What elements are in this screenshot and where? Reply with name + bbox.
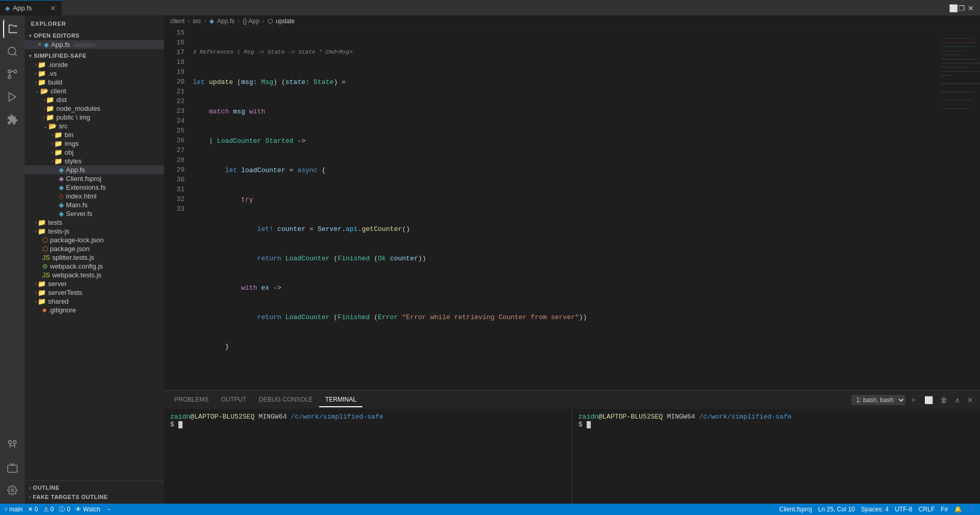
tree-item-src[interactable]: ⌄ 📂 src xyxy=(25,122,164,130)
tree-item-node-modules[interactable]: › 📁 node_modules xyxy=(25,104,164,113)
tree-item-webpacktestsjs[interactable]: JS webpack.tests.js xyxy=(25,271,164,279)
code-line-22: return LoadCounter (Finished (Ok counter… xyxy=(193,254,939,263)
tree-item-bin[interactable]: › 📁 bin xyxy=(25,130,164,139)
status-encoding[interactable]: UTF-8 xyxy=(895,506,912,513)
outline-header[interactable]: › OUTLINE xyxy=(25,483,164,492)
search-icon[interactable] xyxy=(3,42,22,61)
explorer-icon[interactable] xyxy=(3,20,22,38)
breadcrumb-appfs[interactable]: App.fs xyxy=(217,18,235,25)
tree-item-mainfs[interactable]: ◆ Main.fs xyxy=(25,201,164,209)
tree-item-servertests[interactable]: › 📁 serverTests xyxy=(25,288,164,297)
open-file-item[interactable]: ✕ ◆ App.fs client\src xyxy=(25,40,164,49)
tree-item-server[interactable]: › 📁 server xyxy=(25,279,164,288)
tree-item-imgs[interactable]: › 📁 imgs xyxy=(25,139,164,148)
status-errors[interactable]: ✕ 0 xyxy=(28,506,38,513)
tree-item-testsjs[interactable]: › 📁 tests-js xyxy=(25,227,164,236)
tree-item-serverfs[interactable]: ◆ Server.fs xyxy=(25,209,164,218)
file-json-icon: ⬡ xyxy=(42,236,48,244)
tree-item-extensionsfs[interactable]: ◆ Extensions.fs xyxy=(25,183,164,192)
close-file-icon[interactable]: ✕ xyxy=(37,41,42,48)
status-language[interactable]: F# xyxy=(941,506,948,513)
breadcrumb-src[interactable]: src xyxy=(193,18,201,25)
tree-item-appfs[interactable]: ◆ App.fs xyxy=(25,165,164,174)
tree-item-splittertestsjs[interactable]: JS splitter.tests.js xyxy=(25,253,164,262)
extensions-icon[interactable] xyxy=(3,110,22,129)
project-header[interactable]: ▾ SIMPLIFIED-SAFE xyxy=(25,51,164,60)
breadcrumb-client[interactable]: client xyxy=(170,18,185,25)
status-notifications[interactable]: 🔔 xyxy=(954,506,962,513)
maximize-button[interactable]: ❐ xyxy=(958,4,966,11)
terminal-selector[interactable]: 1: bash, bash xyxy=(851,395,905,405)
status-position[interactable]: Ln 25, Col 10 xyxy=(818,506,855,513)
breadcrumb-app[interactable]: {} App xyxy=(243,18,259,25)
tree-label: .gitignore xyxy=(48,306,76,314)
tree-label: webpack.config.js xyxy=(50,262,103,270)
folder-open-icon: 📂 xyxy=(40,87,48,95)
testing-icon[interactable] xyxy=(3,436,22,454)
tree-item-styles[interactable]: › 📁 styles xyxy=(25,157,164,165)
chevron-right-icon: › xyxy=(35,281,37,287)
tab-output[interactable]: OUTPUT xyxy=(215,393,253,407)
breadcrumb-update[interactable]: update xyxy=(276,18,295,25)
fake-targets-header[interactable]: › FAKE TARGETS OUTLINE xyxy=(25,492,164,502)
tree-item-vs[interactable]: › 📁 .vs xyxy=(25,69,164,78)
folder-icon: 📁 xyxy=(38,70,46,77)
status-info[interactable]: ⓘ 0 xyxy=(59,505,70,514)
terminal-pane-2[interactable]: zaidn@LAPTOP-BLU52SEQ MINGW64 /c/work/si… xyxy=(572,409,980,504)
watch-icon: 👁 xyxy=(75,506,81,513)
tab-terminal[interactable]: TERMINAL xyxy=(319,393,363,407)
svg-rect-18 xyxy=(941,51,970,51)
status-branch[interactable]: ⑂ main xyxy=(4,506,23,513)
tree-item-dist[interactable]: › 📁 dist xyxy=(25,95,164,104)
terminal-cursor-1 xyxy=(178,421,182,428)
tree-label: public \ img xyxy=(56,113,90,121)
status-watch[interactable]: 👁 Watch xyxy=(75,506,101,513)
status-eol[interactable]: CRLF xyxy=(919,506,935,513)
bell-icon: 🔔 xyxy=(954,506,962,513)
svg-rect-23 xyxy=(941,71,980,72)
folder-icon: 📁 xyxy=(38,61,46,69)
tree-item-ionide[interactable]: › 📁 .ionide xyxy=(25,60,164,69)
tab-problems[interactable]: PROBLEMS xyxy=(168,393,215,407)
open-editors-header[interactable]: ▾ OPEN EDITORS xyxy=(25,31,164,40)
tree-item-clientfsproj[interactable]: ◈ Client.fsproj xyxy=(25,174,164,183)
status-account[interactable]: 👤 xyxy=(968,506,976,513)
tree-item-gitignore[interactable]: ◆ .gitignore xyxy=(25,306,164,314)
remote-icon[interactable] xyxy=(3,458,22,477)
close-button[interactable]: ✕ xyxy=(968,4,975,11)
maximize-panel-button[interactable]: ∧ xyxy=(952,394,962,406)
status-arrow[interactable]: → xyxy=(106,506,112,513)
activity-bar xyxy=(0,15,25,504)
tree-item-tests[interactable]: › 📁 tests xyxy=(25,218,164,227)
status-project[interactable]: Client.fsproj xyxy=(779,506,812,513)
tree-item-packagejson[interactable]: ⬡ package.json xyxy=(25,244,164,253)
kill-terminal-button[interactable]: 🗑 xyxy=(938,394,950,406)
tree-item-public-img[interactable]: › 📁 public \ img xyxy=(25,113,164,122)
file-fs-icon: ◆ xyxy=(59,166,64,174)
tree-item-build[interactable]: › 📁 build xyxy=(25,78,164,87)
tree-item-packagelockjson[interactable]: ⬡ package-lock.json xyxy=(25,236,164,244)
tree-item-indexhtml[interactable]: ◇ index.html xyxy=(25,192,164,201)
split-terminal-button[interactable]: ⬜ xyxy=(922,394,936,406)
split-editor-button[interactable]: ⬜ xyxy=(949,4,956,11)
source-control-icon[interactable] xyxy=(3,65,22,84)
panel-tabs: PROBLEMS OUTPUT DEBUG CONSOLE TERMINAL 1… xyxy=(164,391,980,409)
debug-icon[interactable] xyxy=(3,88,22,106)
editor-tab-appfs[interactable]: ◆ App.fs ✕ xyxy=(0,0,62,15)
add-terminal-button[interactable]: ＋ xyxy=(907,394,920,406)
code-content[interactable]: 3 References | Msg -> State -> State * C… xyxy=(189,27,939,390)
tree-item-shared[interactable]: › 📁 shared xyxy=(25,297,164,306)
settings-icon[interactable] xyxy=(3,481,22,500)
tree-item-webpackconfigjs[interactable]: ⚙ webpack.config.js xyxy=(25,262,164,271)
tab-debug-console[interactable]: DEBUG CONSOLE xyxy=(253,393,319,407)
status-spaces[interactable]: Spaces: 4 xyxy=(861,506,888,513)
code-editor[interactable]: 15 16 17 18 19 20 21 22 23 24 25 26 27 2… xyxy=(164,27,980,390)
terminal-prompt-2: $ xyxy=(578,421,587,428)
tree-item-obj[interactable]: › 📁 obj xyxy=(25,148,164,157)
status-warnings[interactable]: ⚠ 0 xyxy=(43,506,54,513)
tab-close-button[interactable]: ✕ xyxy=(50,4,56,12)
terminal-pane-1[interactable]: zaidn@LAPTOP-BLU52SEQ MINGW64 /c/work/si… xyxy=(164,409,572,504)
tree-item-client[interactable]: ⌄ 📂 client xyxy=(25,87,164,95)
sidebar-bottom: › OUTLINE › FAKE TARGETS OUTLINE xyxy=(25,480,164,504)
close-panel-button[interactable]: ✕ xyxy=(965,394,976,406)
